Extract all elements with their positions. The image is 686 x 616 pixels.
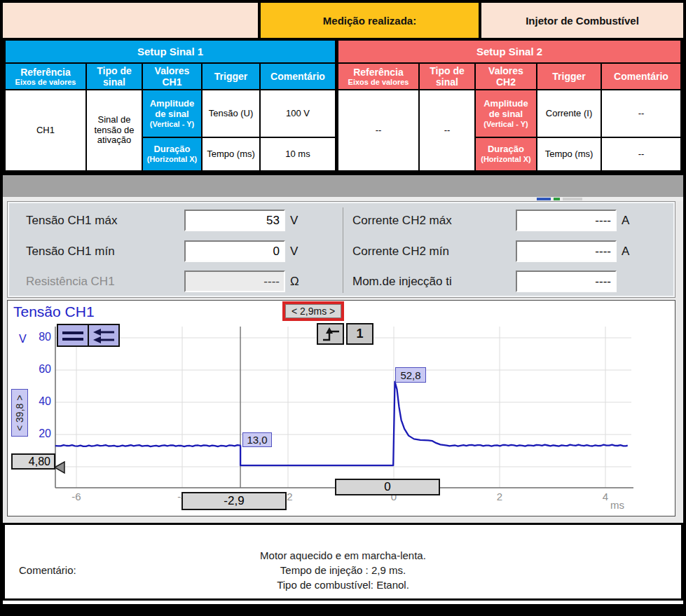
x-tick-label: 2 [484,491,515,502]
ch1-resistance-unit: Ω [290,275,299,289]
ch1-min-field[interactable]: 0 [184,240,285,262]
setup1-comentario-value: Sinal de tensão de ativação [87,90,142,170]
peak-value-label: 52,8 [395,367,426,383]
oscilloscope-chart: Tensão CH1 < 2,9ms > V ms [7,300,675,516]
setup2-col-trigger: Trigger [537,64,601,89]
vertical-range-handle[interactable]: < 39,8 > [11,389,28,437]
channel-arrows-button[interactable] [88,324,120,347]
top-section: Medição realizada: Injetor de Combustíve… [3,3,683,175]
y-tick-label: 60 [27,363,51,376]
setup1-title: Setup Sinal 1 [6,41,335,62]
ch1-max-field[interactable]: 53 [184,210,285,231]
setup1-amplitude-ref: Amplitude de sinal(Vertical - Y) [143,90,201,137]
mini-indicator-green [554,198,560,200]
setup1-col-referencia: ReferênciaEixos de valores [6,64,85,89]
comment-line: Tipo de combustível: Etanol. [5,577,681,592]
setup2-duracao-ref: Duração(Horizontal X) [476,138,536,170]
injection-time-field[interactable]: ---- [516,271,617,292]
setup1-col-valores: Valores CH1 [143,64,201,89]
setup1-col-trigger: Trigger [203,64,259,89]
left-arrows-icon [90,327,117,345]
setup1-col-tipo: Tipo de sinal [87,64,142,89]
setup2-duracao-valor: -- [602,138,680,170]
y-tick-label: 80 [27,331,51,343]
x-tick-label: -6 [61,491,92,502]
ch1-waveform [55,382,628,466]
setup1-duracao-tipo: Tempo (ms) [203,138,259,170]
header-medicao-value: Injetor de Combustível [481,3,683,38]
comment-line: Motor aquecido e em marcha-lenta. [5,548,681,563]
comment-body: Motor aquecido e em marcha-lenta. Tempo … [5,548,681,592]
y-tick-label: 20 [27,427,51,440]
baseline-value-label: 13,0 [242,432,272,447]
ch2-min-field[interactable]: ---- [516,240,617,262]
ch2-max-field[interactable]: ---- [516,210,617,231]
rising-edge-icon [320,326,341,343]
setup2-title: Setup Sinal 2 [338,41,680,62]
ch1-resistance-label: Resistência CH1 [26,275,115,289]
setup2-col-valores: Valores CH2 [476,64,536,89]
bottom-black-bar [3,604,683,615]
ch1-min-unit: V [290,245,298,259]
setup1-trigger-value: CH1 [6,90,85,170]
setup2-comentario-value: -- [420,90,474,170]
trigger-edge-button[interactable] [317,323,344,345]
channel-lines-button[interactable] [57,324,89,347]
injection-time-label: Mom.de injecção ti [352,275,452,289]
x-tick-label: 4 [590,491,621,502]
channel-buttons [57,324,120,347]
trigger-buttons: 1 [317,323,373,345]
setup2-trigger-value: -- [338,90,418,170]
setup2-col-referencia: ReferênciaEixos de valores [338,64,418,89]
ch1-resistance-field[interactable]: ---- [184,271,285,292]
setup2-amplitude-valor: -- [602,90,680,137]
ch1-max-unit: V [290,214,298,228]
chart-title: Tensão CH1 [13,303,95,320]
level-readout[interactable]: 4,80 [11,453,55,470]
scope-window: Tensão CH1 máx 53 V Tensão CH1 mín 0 V R… [3,175,683,523]
horizontal-lines-icon [60,327,86,345]
time-zero-cursor[interactable]: 0 [335,479,440,495]
setup1-col-comentario: Comentário [261,64,335,89]
window-gray-band [3,175,683,197]
ch2-max-unit: A [622,214,629,228]
ch2-min-unit: A [622,245,629,259]
pulse-width-annotation[interactable]: < 2,9ms > [282,301,344,321]
setup2-col-comentario: Comentário [602,64,680,89]
trigger-channel-button[interactable]: 1 [346,323,373,345]
setup1-duracao-ref: Duração(Horizontal X) [143,138,201,170]
ch2-min-label: Corrente CH2 mín [352,245,449,259]
mini-indicator-gray [563,198,582,200]
setup-sinal-1-table: Setup Sinal 1 ReferênciaEixos de valores… [6,41,335,170]
setup2-amplitude-ref: Amplitude de sinal(Vertical - Y) [476,90,536,137]
setup1-duracao-valor: 10 ms [261,138,335,170]
y-axis-unit: V [19,333,27,345]
setup1-amplitude-tipo: Tensão (U) [203,90,259,137]
header-medicao-label: Medição realizada: [261,3,479,38]
setup-sinal-2-table: Setup Sinal 2 ReferênciaEixos de valores… [338,41,680,170]
ch1-min-label: Tensão CH1 mín [26,245,115,259]
setup2-col-tipo: Tipo de sinal [420,64,474,89]
setup2-amplitude-tipo: Corrente (I) [537,90,601,137]
panel-divider [343,207,343,293]
level-marker-icon[interactable] [54,461,66,474]
setup1-amplitude-valor: 100 V [261,90,335,137]
pulse-width-value: < 2,9ms > [285,304,341,318]
setup2-duracao-tipo: Tempo (ms) [537,138,601,170]
mini-indicator-blue [537,198,551,200]
header-blank-cell [3,3,258,38]
time-cursor[interactable]: -2,9 [181,492,287,510]
report-page: Medição realizada: Injetor de Combustíve… [0,0,686,616]
comment-section: Comentário: Motor aquecido e em marcha-l… [3,523,683,601]
ch2-max-label: Corrente CH2 máx [352,214,452,228]
comment-line: Tempo de injeção : 2,9 ms. [5,563,681,577]
measurement-panel: Tensão CH1 máx 53 V Tensão CH1 mín 0 V R… [7,201,675,298]
y-tick-label: 40 [27,395,51,408]
ch1-max-label: Tensão CH1 máx [26,214,117,228]
